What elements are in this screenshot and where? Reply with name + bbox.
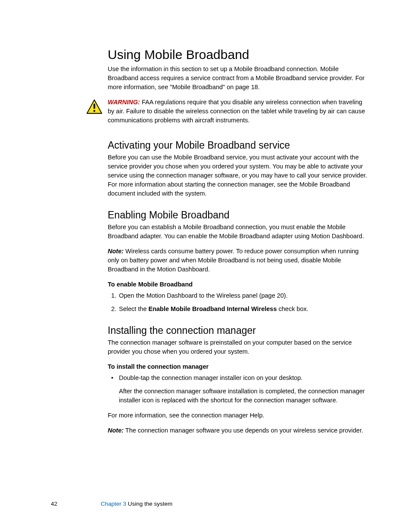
more-info-para: For more information, see the connection…: [108, 411, 368, 420]
step-text-a: Select the: [119, 305, 149, 312]
bullet-text: Double-tap the connection manager instal…: [119, 374, 302, 381]
section-para-activating: Before you can use the Mobile Broadband …: [108, 153, 368, 198]
chapter-title: Using the system: [126, 501, 172, 507]
section-heading-enabling: Enabling Mobile Broadband: [108, 209, 368, 221]
list-item: Double-tap the connection manager instal…: [118, 373, 368, 405]
procedure-list-enable: Open the Motion Dashboard to the Wireles…: [108, 291, 368, 314]
note-body: The connection manager software you use …: [124, 427, 363, 434]
intro-paragraph: Use the information in this section to s…: [108, 65, 368, 92]
bullet-sub-para: After the connection manager software in…: [119, 387, 368, 405]
warning-body: FAA regulations require that you disable…: [108, 99, 365, 124]
section-para-installing: The connection manager software is prein…: [108, 338, 368, 356]
procedure-heading-install: To install the connection manager: [108, 363, 368, 370]
note-label: Note:: [108, 427, 124, 434]
warning-icon: [86, 98, 108, 117]
note-label: Note:: [108, 248, 124, 255]
svg-rect-1: [93, 103, 95, 109]
note-install: Note: The connection manager software yo…: [108, 426, 368, 435]
note-body: Wireless cards consume battery power. To…: [108, 248, 358, 273]
section-heading-activating: Activating your Mobile Broadband service: [108, 140, 368, 151]
note-enabling: Note: Wireless cards consume battery pow…: [108, 247, 368, 274]
page-title: Using Mobile Broadband: [108, 47, 368, 62]
list-item: Select the Enable Mobile Broadband Inter…: [118, 305, 368, 314]
procedure-heading-enable: To enable Mobile Broadband: [108, 281, 368, 288]
warning-block: WARNING: FAA regulations require that yo…: [108, 98, 368, 128]
svg-point-2: [93, 110, 95, 112]
warning-label: WARNING:: [108, 99, 140, 106]
step-text-c: check box.: [277, 305, 308, 312]
step-text-bold: Enable Mobile Broadband Internal Wireles…: [149, 305, 277, 312]
document-page: Using Mobile Broadband Use the informati…: [0, 0, 411, 532]
list-item: Open the Motion Dashboard to the Wireles…: [118, 291, 368, 300]
section-para-enabling: Before you can establish a Mobile Broadb…: [108, 223, 368, 241]
chapter-label: Chapter 3: [101, 501, 126, 507]
procedure-list-install: Double-tap the connection manager instal…: [108, 373, 368, 405]
page-number: 42: [51, 501, 99, 507]
page-footer: 42 Chapter 3 Using the system: [51, 501, 172, 507]
section-heading-installing: Installing the connection manager: [108, 325, 368, 336]
warning-text: WARNING: FAA regulations require that yo…: [108, 98, 368, 125]
